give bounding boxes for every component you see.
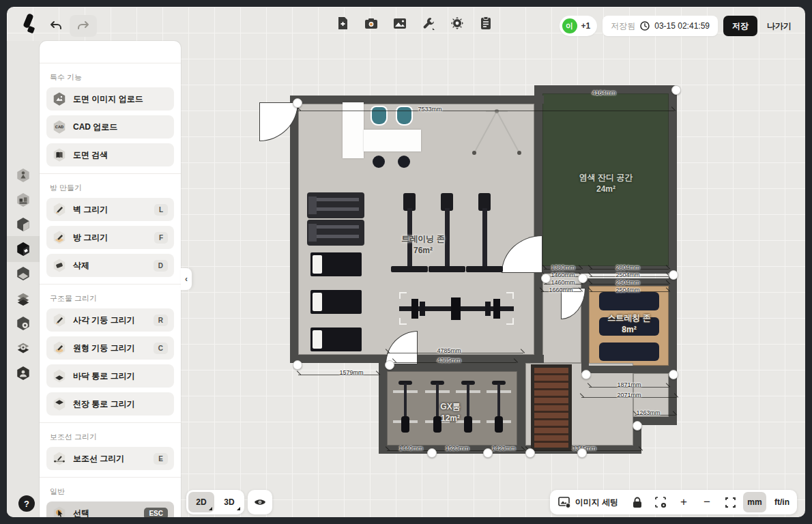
room-open-icon[interactable] <box>16 266 31 281</box>
redo-icon <box>77 20 89 31</box>
saved-time: 03-15 02:41:59 <box>654 21 710 31</box>
tools-button[interactable] <box>418 14 439 33</box>
stretch-mat[interactable] <box>599 292 659 310</box>
cable-crossover-machine[interactable] <box>465 106 528 160</box>
dimension-label: 1579mm <box>339 369 363 376</box>
zoom-out-button[interactable]: − <box>697 492 717 512</box>
collaborators-pill[interactable]: 이 +1 <box>560 16 598 36</box>
draw-ceiling-opening-button[interactable]: 천장 통로 그리기 <box>46 392 174 416</box>
vertex-handle[interactable] <box>671 85 681 95</box>
avatar: 이 <box>562 18 577 33</box>
plan-search-button[interactable]: 도면 검색 <box>46 143 174 166</box>
vertex-handle[interactable] <box>525 448 535 458</box>
mode-2d-button[interactable]: 2D <box>188 492 214 512</box>
mode-3d-button[interactable]: 3D <box>216 492 242 512</box>
spin-bike[interactable] <box>393 381 418 439</box>
stretch-mat[interactable] <box>599 343 659 361</box>
wall[interactable] <box>290 96 298 363</box>
panel-collapse-button[interactable]: ‹ <box>181 268 192 290</box>
task-list-button[interactable] <box>475 14 497 33</box>
draw-guideline-button[interactable]: 보조선 그리기 E <box>46 447 174 470</box>
undo-button[interactable] <box>45 16 67 35</box>
app-logo[interactable] <box>19 13 37 33</box>
settings-button[interactable] <box>446 14 468 33</box>
draw-wall-button[interactable]: 벽 그리기 L <box>46 198 174 221</box>
vertex-handle[interactable] <box>293 98 302 108</box>
squat-stand[interactable] <box>466 188 503 276</box>
render-image-button[interactable] <box>389 14 411 33</box>
exit-button[interactable]: 나가기 <box>763 20 796 32</box>
dimension-label: 7533mm <box>418 106 441 113</box>
wrench-icon <box>422 16 435 30</box>
selection-settings-button[interactable] <box>650 492 671 512</box>
image-settings-button[interactable]: 이미지 세팅 <box>552 492 624 512</box>
clock-icon <box>640 21 650 31</box>
unit-mm-button[interactable]: mm <box>743 492 766 512</box>
wall[interactable] <box>379 363 387 454</box>
layers-gear-icon[interactable] <box>16 341 31 356</box>
section-title: 일반 <box>50 486 171 497</box>
squat-stand[interactable] <box>429 188 465 276</box>
floorplan-tool-icon[interactable] <box>16 242 31 257</box>
stool[interactable] <box>398 156 410 168</box>
mannequin-icon[interactable] <box>16 168 31 183</box>
lock-button[interactable] <box>627 492 648 512</box>
barbell-rack[interactable] <box>399 292 514 325</box>
upload-plan-image-button[interactable]: 도면 이미지 업로드 <box>46 87 174 111</box>
vertex-handle[interactable] <box>581 370 591 379</box>
redo-button[interactable] <box>70 15 97 37</box>
unit-ftin-button[interactable]: ft/in <box>769 492 795 512</box>
layers-icon[interactable] <box>16 291 31 306</box>
vertex-handle[interactable] <box>293 360 302 370</box>
furniture-icon[interactable] <box>16 192 31 207</box>
eye-icon <box>254 498 266 506</box>
room-box-icon[interactable] <box>16 217 31 232</box>
dimension-label: 2071mm <box>617 392 641 398</box>
vertex-handle[interactable] <box>633 421 642 431</box>
wall[interactable] <box>669 278 677 373</box>
weight-machine[interactable] <box>307 192 364 218</box>
profile-icon[interactable] <box>16 366 31 381</box>
hexagon-gear-icon[interactable] <box>16 316 31 331</box>
draw-round-column-button[interactable]: 원형 기둥 그리기 C <box>46 336 174 360</box>
chair[interactable] <box>372 107 386 124</box>
wall[interactable] <box>290 96 544 104</box>
help-button[interactable]: ? <box>18 495 35 512</box>
chair[interactable] <box>397 107 411 124</box>
vertex-handle[interactable] <box>669 370 678 379</box>
vertex-handle[interactable] <box>541 274 551 283</box>
squat-stand[interactable] <box>391 188 428 276</box>
screenshot-button[interactable] <box>360 14 382 33</box>
wall[interactable] <box>669 85 677 282</box>
select-tool-button[interactable]: 선택 ESC <box>46 501 174 517</box>
fullscreen-button[interactable] <box>720 492 740 512</box>
draw-square-column-button[interactable]: 사각 기둥 그리기 R <box>46 308 174 332</box>
zone-label-training: 트레이닝 존76m² <box>386 233 461 257</box>
stairs[interactable] <box>531 364 572 451</box>
cad-upload-button[interactable]: CAD CAD 업로드 <box>46 115 174 139</box>
weight-machine[interactable] <box>307 220 364 246</box>
new-file-button[interactable] <box>332 14 353 33</box>
vertex-handle[interactable] <box>669 270 678 280</box>
wall[interactable] <box>534 85 542 363</box>
vertex-handle[interactable] <box>385 360 394 370</box>
bench[interactable] <box>310 328 362 351</box>
vertex-handle[interactable] <box>577 448 587 458</box>
visibility-button[interactable] <box>250 492 270 512</box>
draw-room-button[interactable]: 방 그리기 F <box>46 226 174 249</box>
spin-bike[interactable] <box>487 381 511 439</box>
wall[interactable] <box>581 366 677 373</box>
vertex-handle[interactable] <box>483 448 493 458</box>
delete-button[interactable]: 삭제 D <box>46 254 174 277</box>
pencil-room-icon <box>52 230 67 245</box>
vertex-handle[interactable] <box>578 274 588 283</box>
bench[interactable] <box>310 252 362 276</box>
save-button[interactable]: 저장 <box>723 16 757 36</box>
draw-floor-opening-button[interactable]: 바닥 통로 그리기 <box>46 364 174 388</box>
wall[interactable] <box>517 363 525 454</box>
stool[interactable] <box>373 156 385 168</box>
reception-desk[interactable] <box>364 130 421 151</box>
zoom-in-button[interactable]: + <box>673 492 694 512</box>
vertex-handle[interactable] <box>427 448 437 458</box>
bench[interactable] <box>310 290 362 314</box>
